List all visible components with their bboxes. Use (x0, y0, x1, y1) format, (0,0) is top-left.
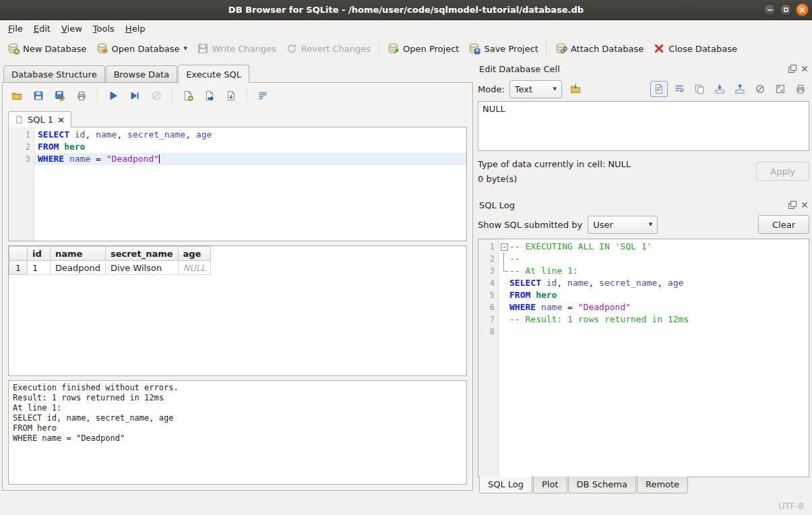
line-number: 1 (9, 129, 30, 141)
attach-database-icon (555, 42, 567, 55)
cell-size-text: 0 byte(s) (478, 174, 756, 184)
editor-line[interactable]: FROM hero (34, 141, 466, 153)
menu-edit[interactable]: Edit (28, 22, 56, 36)
token: FROM (509, 289, 530, 301)
print-sql-icon[interactable] (73, 88, 90, 104)
log-line: -- At line 1: (499, 265, 809, 277)
execute-current-line-icon[interactable] (126, 88, 144, 104)
text-document-icon[interactable] (650, 81, 668, 97)
open-sql-in-tab-icon[interactable] (201, 88, 218, 104)
toolbar-label: Attach Database (571, 44, 644, 54)
results-column-id[interactable]: id (28, 247, 51, 261)
results-cell[interactable]: NULL (178, 261, 211, 275)
copy-cell-icon[interactable] (691, 81, 708, 97)
set-as-null-icon[interactable] (751, 81, 769, 97)
dock-tab-db-schema[interactable]: DB Schema (568, 477, 636, 493)
tab-browse-data[interactable]: Browse Data (106, 65, 178, 82)
title-bar[interactable]: DB Browser for SQLite - /home/user/code/… (0, 0, 812, 20)
fullscreen-icon[interactable] (772, 81, 789, 97)
fold-marker-icon (499, 265, 509, 277)
row-number[interactable]: 1 (9, 261, 28, 275)
sql-tab[interactable]: SQL 1 × (8, 111, 71, 127)
cell-toolbar (650, 81, 809, 97)
minimize-button[interactable] (763, 3, 776, 16)
close-tab-icon[interactable]: × (57, 115, 65, 125)
cell-info-texts: Type of data currently in cell: NULL 0 b… (478, 159, 756, 184)
main-area: Database StructureBrowse DataExecute SQL… (0, 61, 812, 496)
editor-code[interactable]: SELECT id, name, secret_name, ageFROM he… (34, 127, 466, 241)
open-sql-file-icon[interactable] (8, 88, 26, 104)
float-panel-icon[interactable] (787, 63, 797, 73)
dock-tab-plot[interactable]: Plot (533, 477, 567, 493)
line-number: 2 (478, 253, 495, 265)
toolbar-attach-database[interactable]: Attach Database (551, 39, 648, 58)
sql-log-view[interactable]: 12345678 -- EXECUTING ALL IN 'SQL 1'----… (478, 239, 809, 477)
results-message: Execution finished without errors. Resul… (8, 380, 467, 485)
token: name (69, 154, 90, 164)
mode-select[interactable]: Text ▼ (509, 80, 562, 98)
toolbar-label: New Database (23, 44, 87, 54)
word-wrap-cell-icon[interactable] (670, 81, 688, 97)
import-data-icon[interactable] (711, 81, 728, 97)
sql-tab-label: SQL 1 (28, 115, 53, 125)
save-sql-file-as-icon[interactable] (51, 88, 69, 104)
new-sql-tab-icon[interactable] (179, 88, 197, 104)
results-column-name[interactable]: name (51, 247, 106, 261)
float-panel-icon[interactable] (787, 200, 797, 210)
menu-help[interactable]: Help (120, 22, 151, 36)
export-data-icon[interactable] (731, 81, 749, 97)
line-number: 1 (478, 241, 495, 253)
editor-line[interactable]: SELECT id, name, secret_name, age (34, 129, 466, 141)
close-panel-icon[interactable] (799, 63, 809, 73)
tab-execute-sql[interactable]: Execute SQL (178, 65, 249, 83)
dock-tab-sql-log[interactable]: SQL Log (479, 477, 532, 493)
token: WHERE (509, 301, 536, 313)
toolbar-save-project[interactable]: Save Project (464, 39, 543, 58)
clear-log-button[interactable]: Clear (758, 215, 809, 234)
toolbar-separator (97, 89, 98, 102)
dock-tab-remote[interactable]: Remote (637, 477, 688, 493)
toolbar-open-project[interactable]: Open Project (383, 39, 464, 58)
results-column-age[interactable]: age (178, 247, 211, 261)
log-line: -- EXECUTING ALL IN 'SQL 1' (499, 241, 809, 253)
results-grid[interactable]: idnamesecret_nameage11DeadpondDive Wilso… (8, 245, 467, 376)
execute-all-icon[interactable] (104, 88, 122, 104)
sql-toolbar (8, 84, 467, 107)
results-cell[interactable]: 1 (28, 261, 51, 275)
submitter-select[interactable]: User ▼ (588, 216, 658, 234)
encoding-indicator[interactable]: UTF-8 (778, 501, 804, 511)
cell-editor[interactable]: NULL (478, 101, 809, 151)
fold-marker-icon[interactable] (499, 241, 509, 253)
dropdown-arrow-icon: ▼ (183, 46, 187, 51)
menu-tools[interactable]: Tools (88, 22, 120, 36)
token: id (75, 129, 86, 140)
tab-database-structure[interactable]: Database Structure (3, 65, 105, 82)
fold-space (499, 313, 509, 326)
save-sql-file-icon[interactable] (30, 88, 47, 104)
token: = (562, 301, 577, 313)
left-panel: Database StructureBrowse DataExecute SQL… (0, 61, 474, 496)
toolbar-new-database[interactable]: New Database (3, 39, 92, 58)
toolbar-close-database[interactable]: Close Database (648, 39, 742, 58)
close-window-button[interactable]: × (796, 3, 809, 16)
sql-log-title: SQL Log (479, 200, 515, 210)
app-window: DB Browser for SQLite - /home/user/code/… (0, 0, 812, 515)
chevron-down-icon: ▼ (649, 222, 652, 227)
menu-file[interactable]: File (3, 22, 28, 36)
word-wrap-icon[interactable] (254, 88, 272, 104)
print-cell-icon[interactable] (792, 81, 809, 97)
results-column-secret-name[interactable]: secret_name (105, 247, 178, 261)
editor-line[interactable]: WHERE name = "Deadpond" (34, 153, 466, 165)
toolbar-open-database[interactable]: Open Database▼ (92, 39, 192, 58)
import-from-file-icon[interactable] (567, 81, 584, 97)
save-results-icon[interactable] (222, 88, 240, 104)
token: , (657, 277, 668, 289)
close-panel-icon[interactable] (799, 200, 809, 210)
menu-view[interactable]: View (56, 22, 88, 36)
sql-editor[interactable]: 123 SELECT id, name, secret_name, ageFRO… (8, 127, 467, 241)
maximize-button[interactable] (780, 3, 792, 16)
results-cell[interactable]: Dive Wilson (105, 261, 178, 275)
toolbar-revert-changes: Revert Changes (281, 39, 375, 58)
results-cell[interactable]: Deadpond (51, 261, 106, 275)
token: -- At line 1: (509, 265, 578, 277)
